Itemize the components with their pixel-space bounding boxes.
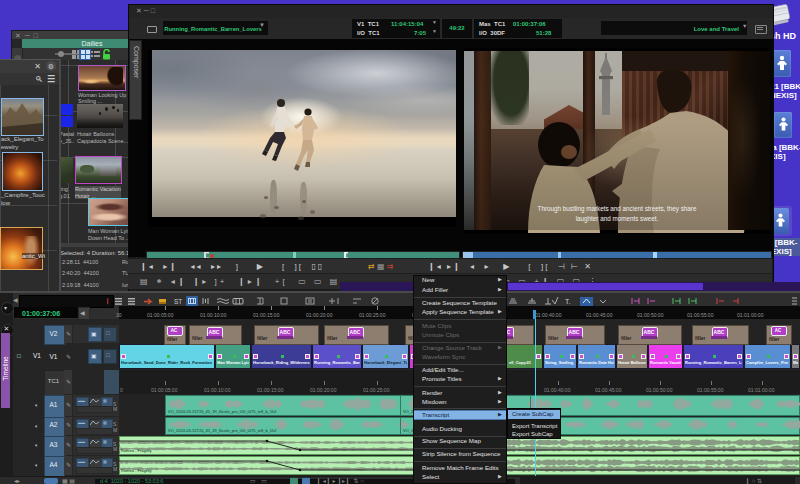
- svg-text:ST: ST: [174, 298, 182, 305]
- svg-text:T.: T.: [565, 298, 571, 305]
